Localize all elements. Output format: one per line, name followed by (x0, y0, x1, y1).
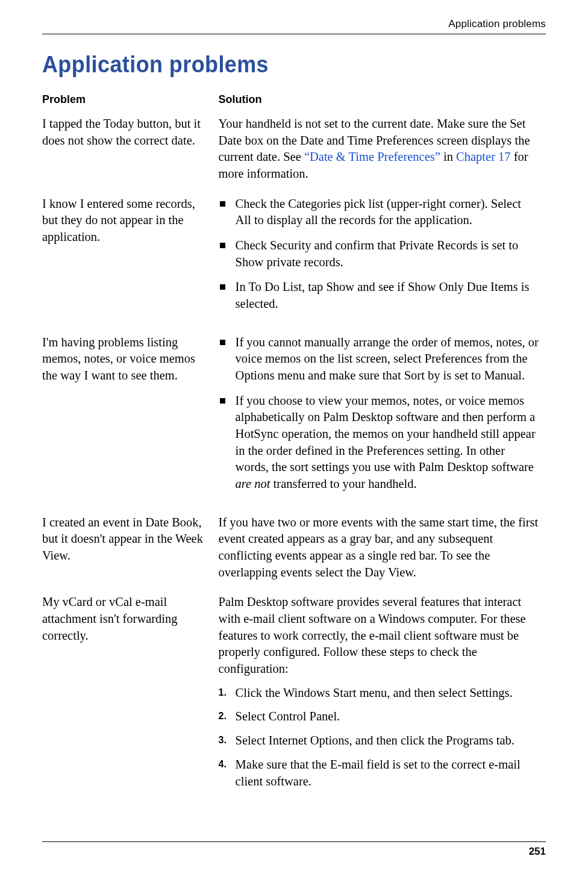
table-row: I know I entered some records, but they … (42, 196, 546, 334)
list-item: In To Do List, tap Show and see if Show … (219, 279, 539, 312)
solution-text: in (440, 150, 456, 163)
table-row: I'm having problems listing memos, notes… (42, 334, 546, 514)
page-body: Application problems Application problem… (0, 0, 588, 810)
table-row: I tapped the Today button, but it does n… (42, 116, 546, 196)
list-item-text: If you choose to view your memos, notes,… (236, 394, 536, 474)
page-number: 251 (529, 846, 546, 857)
list-item: Check the Categories pick list (upper-ri… (219, 196, 539, 229)
list-item: Check Security and confirm that Private … (219, 237, 539, 270)
emphasized-text: are not (236, 477, 271, 490)
list-item: Make sure that the E-mail field is set t… (219, 757, 539, 790)
link-chapter-17[interactable]: Chapter 17 (456, 150, 511, 163)
list-item: Select Internet Options, and then click … (219, 732, 539, 749)
problem-cell: My vCard or vCal e-mail attachment isn't… (42, 594, 219, 810)
problem-cell: I'm having problems listing memos, notes… (42, 334, 219, 514)
problem-cell: I tapped the Today button, but it does n… (42, 116, 219, 196)
list-item-text: transferred to your handheld. (270, 477, 416, 490)
list-item: Select Control Panel. (219, 708, 539, 725)
table-row: I created an event in Date Book, but it … (42, 514, 546, 594)
troubleshooting-table: Problem Solution I tapped the Today butt… (42, 93, 546, 810)
numbered-steps: Click the Windows Start menu, and then s… (219, 685, 539, 790)
list-item: If you choose to view your memos, notes,… (219, 393, 539, 493)
page-footer: 251 (42, 841, 546, 858)
solution-cell: If you cannot manually arrange the order… (219, 334, 546, 514)
solution-cell: Palm Desktop software provides several f… (219, 594, 546, 810)
list-item: Click the Windows Start menu, and then s… (219, 685, 539, 702)
list-item: If you cannot manually arrange the order… (219, 334, 539, 384)
running-head: Application problems (42, 18, 546, 34)
bullet-list: If you cannot manually arrange the order… (219, 334, 539, 493)
column-header-solution: Solution (219, 93, 546, 116)
solution-cell: Check the Categories pick list (upper-ri… (219, 196, 546, 334)
column-header-problem: Problem (42, 93, 219, 116)
solution-cell: If you have two or more events with the … (219, 514, 546, 594)
problem-cell: I created an event in Date Book, but it … (42, 514, 219, 594)
problem-cell: I know I entered some records, but they … (42, 196, 219, 334)
bullet-list: Check the Categories pick list (upper-ri… (219, 196, 539, 313)
section-title: Application problems (42, 51, 505, 78)
link-date-time-prefs[interactable]: “Date & Time Preferences” (304, 150, 440, 163)
table-row: My vCard or vCal e-mail attachment isn't… (42, 594, 546, 810)
solution-cell: Your handheld is not set to the current … (219, 116, 546, 196)
solution-intro: Palm Desktop software provides several f… (219, 594, 539, 677)
